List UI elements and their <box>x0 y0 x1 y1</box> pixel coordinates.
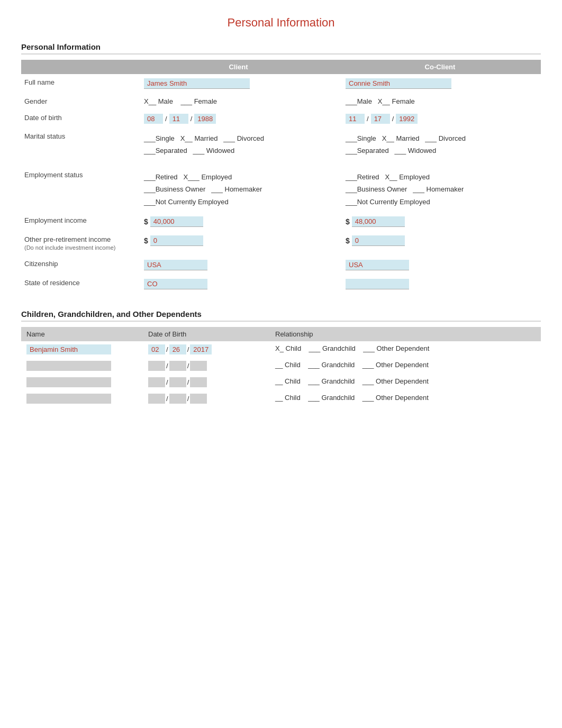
child-rel-grandchild-3[interactable]: ___ Grandchild <box>308 394 355 402</box>
coclient-other-income-row: $ 0 <box>346 235 534 246</box>
child-rel-child-3[interactable]: __ Child <box>275 394 301 402</box>
coclient-dob-day[interactable]: 17 <box>371 114 390 124</box>
coclient-state-value[interactable] <box>346 279 409 289</box>
child-name-cell-2 <box>21 374 143 390</box>
child-dob-group-1: / / <box>148 361 265 371</box>
coclient-marital-single[interactable]: ___Single <box>346 134 376 142</box>
client-emp-employed[interactable]: X___ Employed <box>183 173 232 181</box>
personal-info-table: Client Co-Client Full name James Smith C… <box>21 60 541 294</box>
child-dob-month-empty-1[interactable] <box>148 361 165 371</box>
child-rel-child-1[interactable]: __ Child <box>275 361 301 369</box>
client-state-value[interactable]: CO <box>144 279 207 289</box>
child-rel-cell-3: __ Child ___ Grandchild ___ Other Depend… <box>270 390 541 407</box>
client-dob-day[interactable]: 11 <box>169 114 188 124</box>
client-emp-homemaker[interactable]: ___ Homemaker <box>211 185 262 193</box>
coclient-emp-notcurrent[interactable]: ___Not Currently Employed <box>346 198 430 206</box>
client-employment-cell: ___Retired X___ Employed ___Business Own… <box>138 167 339 212</box>
child-rel-child-0[interactable]: X_ Child <box>275 344 301 352</box>
full-name-label: Full name <box>21 74 138 93</box>
client-other-dollar: $ <box>144 236 148 245</box>
gender-row: Gender X__ Male ___ Female ___Male X__ F… <box>21 93 541 110</box>
children-rel-col: Relationship <box>270 327 541 341</box>
client-male-check[interactable]: X__ Male <box>144 97 173 105</box>
client-dob-year[interactable]: 1988 <box>194 114 216 124</box>
child-name-empty-3[interactable] <box>26 394 111 404</box>
pi-coclient-col-header: Co-Client <box>339 60 541 74</box>
coclient-dob-month[interactable]: 11 <box>346 114 365 124</box>
child-rel-grandchild-2[interactable]: ___ Grandchild <box>308 377 355 385</box>
client-state-cell: CO <box>138 275 339 294</box>
child-name-empty-1[interactable] <box>26 361 111 371</box>
client-dob-month[interactable]: 08 <box>144 114 163 124</box>
coclient-emp-retired[interactable]: ___Retired <box>346 173 379 181</box>
child-rel-grandchild-1[interactable]: ___ Grandchild <box>308 361 355 369</box>
coclient-full-name-value[interactable]: Connie Smith <box>346 78 451 89</box>
child-dob-month-empty-3[interactable] <box>148 394 165 404</box>
client-emp-retired[interactable]: ___Retired <box>144 173 178 181</box>
coclient-female-check[interactable]: X__ Female <box>378 97 415 105</box>
child-dob-cell-1: / / <box>143 358 270 374</box>
coclient-marital-widowed[interactable]: ___ Widowed <box>395 147 437 154</box>
child-rel-child-2[interactable]: __ Child <box>275 377 301 385</box>
child-rel-grandchild-0[interactable]: ___ Grandchild <box>309 344 356 352</box>
coclient-other-income-value[interactable]: 0 <box>352 235 405 246</box>
client-other-income-cell: $ 0 <box>138 231 339 256</box>
client-income-value[interactable]: 40,000 <box>150 216 203 227</box>
child-rel-other-2[interactable]: ___ Other Dependent <box>362 377 429 385</box>
child-name-empty-2[interactable] <box>26 377 111 387</box>
child-dob-day-0[interactable]: 26 <box>169 344 186 354</box>
child-name-cell-1 <box>21 358 143 374</box>
child-rel-other-0[interactable]: ___ Other Dependent <box>363 344 429 352</box>
child-dob-day-empty-1[interactable] <box>169 361 186 371</box>
coclient-dob-year[interactable]: 1992 <box>396 114 418 124</box>
child-dob-year-empty-3[interactable] <box>190 394 207 404</box>
client-emp-business[interactable]: ___Business Owner <box>144 185 205 193</box>
child-dob-day-empty-3[interactable] <box>169 394 186 404</box>
client-marital-divorced[interactable]: ___ Divorced <box>223 134 264 142</box>
employment-status-row: Employment status ___Retired X___ Employ… <box>21 167 541 212</box>
client-marital-widowed[interactable]: ___ Widowed <box>193 147 235 154</box>
children-section: Children, Grandchildren, and Other Depen… <box>21 310 541 407</box>
children-dob-col: Date of Birth <box>143 327 270 341</box>
child-rel-cell-2: __ Child ___ Grandchild ___ Other Depend… <box>270 374 541 390</box>
child-rel-other-1[interactable]: ___ Other Dependent <box>362 361 429 369</box>
child-rel-other-3[interactable]: ___ Other Dependent <box>362 394 429 402</box>
client-marital-cell: ___Single X__ Married ___ Divorced ___Se… <box>138 128 339 161</box>
client-other-income-value[interactable]: 0 <box>150 235 203 246</box>
employment-income-label: Employment income <box>21 212 138 231</box>
coclient-marital-married[interactable]: X__ Married <box>382 134 420 142</box>
client-citizenship-value[interactable]: USA <box>144 260 207 270</box>
coclient-marital-separated[interactable]: ___Separated <box>346 147 389 154</box>
employment-income-row: Employment income $ 40,000 $ 48,000 <box>21 212 541 231</box>
coclient-income-value[interactable]: 48,000 <box>352 216 405 227</box>
child-row-1: / / __ Child ___ Grandchild ___ Other De… <box>21 358 541 374</box>
child-dob-month-empty-2[interactable] <box>148 377 165 387</box>
child-dob-year-empty-2[interactable] <box>190 377 207 387</box>
other-income-label: Other pre-retirement income (Do not incl… <box>21 231 138 256</box>
child-name-0[interactable]: Benjamin Smith <box>26 344 111 354</box>
child-dob-day-empty-2[interactable] <box>169 377 186 387</box>
client-emp-notcurrent[interactable]: ___Not Currently Employed <box>144 198 229 206</box>
client-marital-separated[interactable]: ___Separated <box>144 147 187 154</box>
child-dob-group-3: / / <box>148 394 265 404</box>
coclient-income-row: $ 48,000 <box>346 216 534 227</box>
marital-status-row: Marital status ___Single X__ Married ___… <box>21 128 541 161</box>
client-marital-married[interactable]: X__ Married <box>180 134 218 142</box>
child-dob-year-empty-1[interactable] <box>190 361 207 371</box>
coclient-emp-employed[interactable]: X__ Employed <box>385 173 430 181</box>
other-income-row: Other pre-retirement income (Do not incl… <box>21 231 541 256</box>
coclient-marital-divorced[interactable]: ___ Divorced <box>425 134 466 142</box>
client-full-name-cell: James Smith <box>138 74 339 93</box>
coclient-emp-business[interactable]: ___Business Owner <box>346 185 407 193</box>
coclient-male-check[interactable]: ___Male <box>346 97 372 105</box>
coclient-emp-homemaker[interactable]: ___ Homemaker <box>413 185 464 193</box>
client-female-check[interactable]: ___ Female <box>180 97 217 105</box>
coclient-citizenship-value[interactable]: USA <box>346 260 409 270</box>
client-marital-single[interactable]: ___Single <box>144 134 175 142</box>
child-dob-group-0: 02 / 26 / 2017 <box>148 344 265 354</box>
child-dob-cell-0: 02 / 26 / 2017 <box>143 341 270 358</box>
child-dob-month-0[interactable]: 02 <box>148 344 165 354</box>
child-dob-year-0[interactable]: 2017 <box>190 344 212 354</box>
children-header: Children, Grandchildren, and Other Depen… <box>21 310 541 322</box>
client-full-name-value[interactable]: James Smith <box>144 78 250 89</box>
